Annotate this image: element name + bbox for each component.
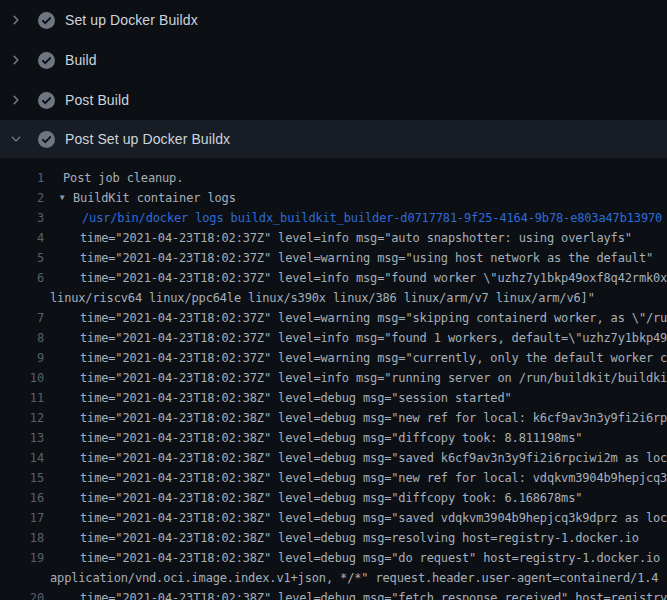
check-circle-icon xyxy=(38,131,55,148)
log-line: 4 time="2021-04-23T18:02:37Z" level=info… xyxy=(0,228,667,248)
line-number: 8 xyxy=(0,328,44,348)
log-line: 1 Post job cleanup. xyxy=(0,168,667,188)
line-number: 20 xyxy=(0,588,44,600)
line-text: time="2021-04-23T18:02:37Z" level=info m… xyxy=(80,228,632,248)
check-circle-icon xyxy=(38,12,55,29)
log-line: 14 time="2021-04-23T18:02:38Z" level=deb… xyxy=(0,448,667,468)
step-label: Post Set up Docker Buildx xyxy=(65,131,230,147)
line-text: /usr/bin/docker logs buildx_buildkit_bui… xyxy=(82,208,662,228)
line-text: time="2021-04-23T18:02:38Z" level=debug … xyxy=(80,428,582,448)
step-label: Post Build xyxy=(65,92,129,108)
line-text: time="2021-04-23T18:02:38Z" level=debug … xyxy=(80,548,667,568)
line-text: time="2021-04-23T18:02:37Z" level=info m… xyxy=(80,368,667,388)
chevron-icon xyxy=(10,54,22,66)
line-number: 4 xyxy=(0,228,44,248)
log-line: application/vnd.oci.image.index.v1+json,… xyxy=(0,568,667,588)
log-line: 9 time="2021-04-23T18:02:37Z" level=warn… xyxy=(0,348,667,368)
line-text: time="2021-04-23T18:02:38Z" level=debug … xyxy=(80,488,582,508)
line-number: 15 xyxy=(0,468,44,488)
line-text: time="2021-04-23T18:02:38Z" level=debug … xyxy=(80,448,667,468)
log-output[interactable]: 1 Post job cleanup. 2 ▼BuildKit containe… xyxy=(0,158,667,600)
line-text: time="2021-04-23T18:02:37Z" level=warnin… xyxy=(80,248,653,268)
log-group-toggle[interactable]: 2 ▼BuildKit container logs xyxy=(0,188,667,208)
workflow-log-viewer: Set up Docker Buildx Build Post Build xyxy=(0,0,667,600)
line-text: linux/riscv64 linux/ppc64le linux/s390x … xyxy=(50,288,595,308)
check-circle-icon xyxy=(38,52,55,69)
line-number: 11 xyxy=(0,388,44,408)
line-text: time="2021-04-23T18:02:38Z" level=debug … xyxy=(80,508,667,528)
step-label: Set up Docker Buildx xyxy=(65,12,198,28)
log-line: 20 time="2021-04-23T18:02:38Z" level=deb… xyxy=(0,588,667,600)
line-text: time="2021-04-23T18:02:37Z" level=info m… xyxy=(80,268,667,288)
log-line: 10 time="2021-04-23T18:02:37Z" level=inf… xyxy=(0,368,667,388)
check-circle-icon xyxy=(38,92,55,109)
log-line: 16 time="2021-04-23T18:02:38Z" level=deb… xyxy=(0,488,667,508)
line-text: time="2021-04-23T18:02:38Z" level=debug … xyxy=(80,588,667,600)
line-number: 7 xyxy=(0,308,44,328)
line-number: 2 xyxy=(0,188,44,208)
line-text: time="2021-04-23T18:02:37Z" level=warnin… xyxy=(80,348,667,368)
log-line: 15 time="2021-04-23T18:02:38Z" level=deb… xyxy=(0,468,667,488)
line-text: time="2021-04-23T18:02:37Z" level=warnin… xyxy=(80,308,667,328)
line-number: 13 xyxy=(0,428,44,448)
line-text: time="2021-04-23T18:02:38Z" level=debug … xyxy=(80,408,667,428)
line-number: 1 xyxy=(0,168,44,188)
steps-list: Set up Docker Buildx Build Post Build xyxy=(0,0,667,158)
line-number: 16 xyxy=(0,488,44,508)
line-number: 19 xyxy=(0,548,44,568)
chevron-icon xyxy=(10,133,22,145)
step-label: Build xyxy=(65,52,97,68)
line-number: 10 xyxy=(0,368,44,388)
log-line: 11 time="2021-04-23T18:02:38Z" level=deb… xyxy=(0,388,667,408)
log-line: 13 time="2021-04-23T18:02:38Z" level=deb… xyxy=(0,428,667,448)
log-line: 7 time="2021-04-23T18:02:37Z" level=warn… xyxy=(0,308,667,328)
log-line: linux/riscv64 linux/ppc64le linux/s390x … xyxy=(0,288,667,308)
log-line: 5 time="2021-04-23T18:02:37Z" level=warn… xyxy=(0,248,667,268)
step-row-post-build[interactable]: Post Build xyxy=(0,80,667,120)
log-line: 17 time="2021-04-23T18:02:38Z" level=deb… xyxy=(0,508,667,528)
log-line: 18 time="2021-04-23T18:02:38Z" level=deb… xyxy=(0,528,667,548)
line-text: Post job cleanup. xyxy=(63,168,183,188)
log-line: 8 time="2021-04-23T18:02:37Z" level=info… xyxy=(0,328,667,348)
line-text: time="2021-04-23T18:02:37Z" level=info m… xyxy=(80,328,667,348)
log-line: 19 time="2021-04-23T18:02:38Z" level=deb… xyxy=(0,548,667,568)
log-line-command: 3 /usr/bin/docker logs buildx_buildkit_b… xyxy=(0,208,667,228)
log-line: 6 time="2021-04-23T18:02:37Z" level=info… xyxy=(0,268,667,288)
line-number: 14 xyxy=(0,448,44,468)
step-row-set-up-docker-buildx[interactable]: Set up Docker Buildx xyxy=(0,0,667,40)
log-line: 12 time="2021-04-23T18:02:38Z" level=deb… xyxy=(0,408,667,428)
chevron-icon xyxy=(10,14,22,26)
line-number: 18 xyxy=(0,528,44,548)
line-number: 3 xyxy=(0,208,44,228)
step-row-post-set-up-docker-buildx[interactable]: Post Set up Docker Buildx xyxy=(0,120,667,158)
line-number: 6 xyxy=(0,268,44,288)
line-number: 12 xyxy=(0,408,44,428)
line-text: time="2021-04-23T18:02:38Z" level=debug … xyxy=(80,528,639,548)
triangle-down-icon: ▼ xyxy=(57,188,67,208)
line-text: application/vnd.oci.image.index.v1+json,… xyxy=(50,568,658,588)
line-number: 9 xyxy=(0,348,44,368)
line-text: time="2021-04-23T18:02:38Z" level=debug … xyxy=(80,468,667,488)
line-text: BuildKit container logs xyxy=(73,188,236,208)
step-row-build[interactable]: Build xyxy=(0,40,667,80)
chevron-icon xyxy=(10,94,22,106)
line-number: 17 xyxy=(0,508,44,528)
line-text: time="2021-04-23T18:02:38Z" level=debug … xyxy=(80,388,512,408)
line-number: 5 xyxy=(0,248,44,268)
